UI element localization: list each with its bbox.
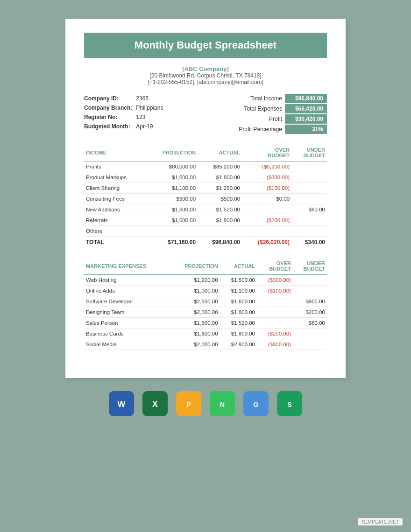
income-row-projection: $500.00 bbox=[146, 194, 198, 204]
actual-col-header: ACTUAL bbox=[198, 144, 242, 161]
income-row-name: Referrals bbox=[84, 215, 146, 226]
budgeted-month-value: Apr-19 bbox=[136, 122, 167, 131]
income-row-under bbox=[291, 215, 327, 226]
word-icon[interactable]: W bbox=[109, 391, 134, 416]
mkt-row-projection: $2,500.00 bbox=[170, 296, 220, 307]
mkt-row-over: ($300.00) bbox=[257, 275, 293, 286]
company-info: [ABC Company] [20 Birchwood Rd. Corpus C… bbox=[84, 65, 327, 85]
marketing-table-row: Sales Person $1,600.00 $1,520.00 $80.00 bbox=[84, 318, 327, 329]
marketing-table-row: Software Developer $2,500.00 $1,600.00 $… bbox=[84, 296, 327, 307]
company-details-left: Company ID: 2365 Company Branch: Philipp… bbox=[84, 94, 167, 134]
mkt-row-actual: $1,600.00 bbox=[220, 296, 257, 307]
profit-value: $30,420.00 bbox=[285, 114, 327, 124]
gdocs-icon[interactable]: G bbox=[243, 391, 269, 416]
mkt-row-projection: $1,600.00 bbox=[170, 329, 220, 339]
mkt-row-projection: $1,200.00 bbox=[170, 275, 220, 286]
income-row-under bbox=[291, 161, 327, 172]
mkt-row-over bbox=[257, 296, 293, 307]
income-row-actual: $85,200.00 bbox=[198, 161, 242, 172]
profit-pct-row: Profit Percentage 31% bbox=[239, 125, 327, 134]
watermark: TEMPLATE.NET bbox=[358, 518, 403, 525]
marketing-table-row: Business Cards $1,600.00 $1,800.00 ($200… bbox=[84, 329, 327, 339]
company-branch-label: Company Branch: bbox=[84, 103, 136, 112]
mkt-row-under: $900.00 bbox=[293, 296, 327, 307]
income-row-projection: $1,600.00 bbox=[146, 215, 198, 226]
company-address: [20 Birchwood Rd. Corpus Christi, TX 784… bbox=[84, 72, 327, 79]
profit-label: Profit bbox=[269, 116, 282, 122]
svg-text:G: G bbox=[254, 401, 259, 408]
company-branch-value: Philippians bbox=[136, 103, 167, 112]
income-table-row: Profits $80,000.00 $85,200.00 ($5,200.00… bbox=[84, 161, 327, 172]
income-row-over: ($150.00) bbox=[242, 183, 291, 194]
marketing-table-row: Social Media $2,000.00 $2,800.00 ($800.0… bbox=[84, 339, 327, 350]
company-contact: [+1-202-555-0152], [abccompany@email.com… bbox=[84, 79, 327, 85]
income-row-under bbox=[291, 172, 327, 183]
income-row-over: $0.00 bbox=[242, 194, 291, 204]
income-row-name: Others bbox=[84, 226, 146, 237]
income-row-actual: $1,800.00 bbox=[198, 215, 242, 226]
mkt-row-over: ($200.00) bbox=[257, 329, 293, 339]
mkt-row-over: ($800.00) bbox=[257, 339, 293, 350]
svg-text:P: P bbox=[186, 401, 191, 408]
summary-right: Total Income $96,840.00 Total Expenses $… bbox=[239, 94, 327, 134]
projection-col-header: PROJECTION bbox=[146, 144, 198, 161]
income-row-name: Client Sharing bbox=[84, 183, 146, 194]
mkt-row-projection: $1,600.00 bbox=[170, 318, 220, 329]
document-title: Monthly Budget Spreadsheet bbox=[84, 33, 327, 58]
income-col-header: INCOME bbox=[84, 144, 146, 161]
income-row-actual: $1,250.00 bbox=[198, 183, 242, 194]
income-table-row: Product Markups $1,000.00 $1,800.00 ($80… bbox=[84, 172, 327, 183]
mkt-row-name: Social Media bbox=[84, 339, 170, 350]
marketing-table-row: Designing Team $2,000.00 $1,800.00 $200.… bbox=[84, 307, 327, 318]
mkt-row-over bbox=[257, 307, 293, 318]
mkt-actual-col-header: ACTUAL bbox=[220, 258, 257, 275]
numbers-icon[interactable]: N bbox=[210, 391, 235, 416]
marketing-table-row: Web Hosting $1,200.00 $1,500.00 ($300.00… bbox=[84, 275, 327, 286]
total-income-row: Total Income $96,840.00 bbox=[250, 94, 327, 103]
income-row-over: ($5,200.00) bbox=[242, 161, 291, 172]
marketing-table: MARKETING EXPENSES PROJECTION ACTUAL OVE… bbox=[84, 258, 327, 350]
income-row-over bbox=[242, 226, 291, 237]
mkt-row-name: Designing Team bbox=[84, 307, 170, 318]
mkt-row-actual: $2,800.00 bbox=[220, 339, 257, 350]
income-table-row: Client Sharing $1,100.00 $1,250.00 ($150… bbox=[84, 183, 327, 194]
income-total-label: TOTAL bbox=[84, 237, 146, 248]
svg-text:N: N bbox=[220, 401, 225, 408]
mkt-row-actual: $1,100.00 bbox=[220, 286, 257, 296]
income-row-actual: $500.00 bbox=[198, 194, 242, 204]
income-table-row: Referrals $1,600.00 $1,800.00 ($200.00) bbox=[84, 215, 327, 226]
total-expenses-row: Total Expenses $66,420.00 bbox=[244, 104, 327, 113]
mkt-row-name: Web Hosting bbox=[84, 275, 170, 286]
income-row-actual: $1,800.00 bbox=[198, 172, 242, 183]
company-name: [ABC Company] bbox=[84, 65, 327, 72]
excel-icon[interactable]: X bbox=[142, 391, 168, 416]
under-budget-col-header: UNDERBUDGET bbox=[291, 144, 327, 161]
income-total-under: $340.00 bbox=[291, 237, 327, 248]
income-total-row: TOTAL $71,160.00 $96,840.00 ($26,020.00)… bbox=[84, 237, 327, 248]
mkt-row-projection: $2,000.00 bbox=[170, 339, 220, 350]
mkt-row-under bbox=[293, 339, 327, 350]
mkt-row-name: Online Adds bbox=[84, 286, 170, 296]
mkt-row-over: ($100.00) bbox=[257, 286, 293, 296]
income-row-under: $80.00 bbox=[291, 204, 327, 215]
register-no-label: Register No: bbox=[84, 112, 136, 122]
marketing-table-row: Online Adds $1,000.00 $1,100.00 ($100.00… bbox=[84, 286, 327, 296]
income-table-row: Consulting Fees $500.00 $500.00 $0.00 bbox=[84, 194, 327, 204]
income-row-actual: $1,520.00 bbox=[198, 204, 242, 215]
income-row-actual bbox=[198, 226, 242, 237]
gsheets-icon[interactable]: S bbox=[277, 391, 302, 416]
mkt-row-under: $200.00 bbox=[293, 307, 327, 318]
mkt-row-name: Software Developer bbox=[84, 296, 170, 307]
income-row-under bbox=[291, 194, 327, 204]
mkt-row-actual: $1,800.00 bbox=[220, 307, 257, 318]
total-expenses-label: Total Expenses bbox=[244, 105, 282, 112]
mkt-under-col-header: UNDERBUDGET bbox=[293, 258, 327, 275]
over-budget-col-header: OVERBUDGET bbox=[242, 144, 291, 161]
pages-icon[interactable]: P bbox=[176, 391, 201, 416]
mkt-row-under: $80.00 bbox=[293, 318, 327, 329]
mkt-projection-col-header: PROJECTION bbox=[170, 258, 220, 275]
income-row-under bbox=[291, 183, 327, 194]
company-id-value: 2365 bbox=[136, 94, 167, 103]
profit-pct-value: 31% bbox=[285, 125, 327, 134]
mkt-row-actual: $1,500.00 bbox=[220, 275, 257, 286]
